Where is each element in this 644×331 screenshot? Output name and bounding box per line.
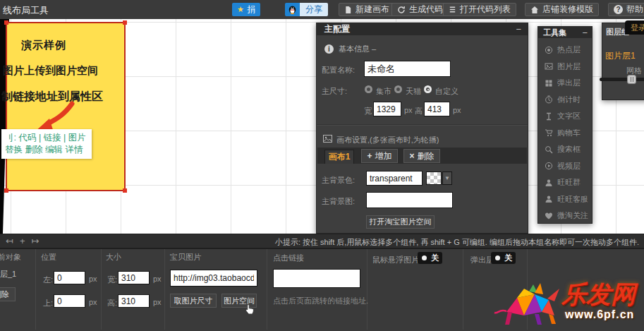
help-label: 帮助 [626,4,643,16]
hover-image-toggle[interactable]: 关 [418,252,442,264]
open-taobao-space-button[interactable]: 打开淘宝图片空间 [366,215,435,229]
main-config-header[interactable]: 主配置 − [317,23,528,35]
plus-icon: + [367,151,372,161]
color-swatch[interactable] [426,171,442,185]
demo-note-line1: 刂: 代码 | 链接 | 图片 [5,132,92,144]
generate-code-button[interactable]: 生成代码 [391,3,449,16]
grid-slider-handle[interactable] [627,75,636,84]
divider [267,249,267,330]
radio-market-label[interactable]: 集市 [376,86,391,97]
help-button[interactable]: ? 帮助 [608,3,644,16]
new-canvas-button[interactable]: 新建画布 [339,3,395,16]
color-dropdown[interactable]: ▼ [442,171,452,185]
radio-custom[interactable] [424,85,432,93]
pos-left-input[interactable] [54,271,85,284]
main-config-panel: 主配置 − i 基本信息 – 配置名称: 主尺寸: 集市 天猫 自定义 宽 px… [316,23,528,234]
add-canvas-label: 增加 [375,150,392,162]
popup-toggle-state: 关 [504,253,512,263]
app-window: 线布局工具 ★ 捐 分享 新建画布 生成代码 打开代码列表 店铺装修模版 [0,0,644,331]
radio-tmall-label[interactable]: 天猫 [406,86,421,97]
click-link-input[interactable] [273,269,360,288]
width-px: px [404,106,413,114]
divider [101,249,102,330]
tab-canvas1-label: 画布1 [329,151,351,163]
item-image-title: 宝贝图片 [170,252,201,263]
divider [317,124,528,126]
tool-shopping-cart[interactable]: 购物车 [538,125,592,141]
shop-template-button[interactable]: 店铺装修模版 [525,3,599,16]
size-width-input[interactable] [118,271,150,284]
align-right-icon[interactable]: ↦ [32,236,40,246]
resize-handle-se[interactable] [123,188,127,193]
tool-wangwang-service[interactable]: 旺旺客服 [538,191,592,207]
toolset-panel: 工具集 − 热点层 图片层 弹出层 倒计时 文字区 购物车 搜索框 [537,26,593,224]
bg-color-input[interactable] [366,171,423,186]
heart-icon [545,212,553,220]
share-group[interactable]: 分享 [285,3,328,16]
star-icon: ★ [237,5,244,14]
share-label: 分享 [300,3,328,16]
bg-image-input[interactable] [366,192,453,208]
item-image-url-input[interactable] [170,270,257,287]
width-input[interactable] [373,102,401,116]
donate-button[interactable]: ★ 捐 [232,3,260,16]
layer-item-image1[interactable]: 图片层1 [605,50,636,62]
image-icon [545,62,553,71]
open-taobao-space-label: 打开淘宝图片空间 [370,217,432,227]
grid-slider-track[interactable] [600,78,644,81]
login-tab[interactable]: 登录 [625,20,644,35]
tool-popup-layer[interactable]: 弹出层 [538,75,592,91]
tool-label: 旺旺客服 [557,194,588,205]
radio-tmall[interactable] [394,85,402,93]
config-name-input[interactable] [364,61,451,77]
divider [463,249,463,330]
toolset-collapse-icon[interactable]: − [582,28,588,37]
height-label: 高 [415,106,423,116]
height-input[interactable] [424,102,450,116]
tool-hotspot-layer[interactable]: 热点层 [538,42,592,58]
resize-handle-sw[interactable] [4,188,8,193]
watermark-url: www.6pf.cn [565,308,634,321]
size-height-input[interactable] [118,294,150,308]
tool-text-area[interactable]: 文字区 [538,108,592,124]
position-title: 位置 [41,252,56,263]
caret-down-icon: ▼ [444,175,450,181]
shop-template-label: 店铺装修模版 [542,4,593,16]
fetch-image-size-button[interactable]: 取图片尺寸 [170,294,217,308]
demo-component[interactable]: 演示样例 图片上传到图片空间 制链接地址到属性区 刂: 代码 | 链接 | 图片… [6,22,126,191]
toolset-header[interactable]: 工具集 − [538,27,592,38]
demo-note-line2: 替换 删除 编辑 详情 [5,144,92,156]
tool-video-layer[interactable]: 视频层 [538,158,592,174]
add-canvas-button[interactable]: + 增加 [361,149,398,163]
tool-search-box[interactable]: 搜索框 [538,141,592,157]
cross-icon: × [409,151,414,161]
tool-countdown[interactable]: 倒计时 [538,92,592,108]
delete-object-button[interactable]: 删除 [0,287,16,301]
resize-handle-ne[interactable] [123,20,127,25]
tool-label: 热点层 [557,44,581,55]
tool-weitao-follow[interactable]: 微淘关注 [538,207,592,224]
canvas-tab-row: 画布1 + 增加 × 删除 [317,148,527,164]
tool-label: 图片层 [557,61,581,72]
align-left-icon[interactable]: ↤ [6,236,13,246]
collapse-icon[interactable]: − [516,25,521,34]
tool-wangwang-group[interactable]: 旺旺群 [538,174,592,191]
qq-icon [285,3,300,16]
delete-canvas-button[interactable]: × 删除 [403,149,440,163]
delete-object-label: 删除 [0,289,9,300]
radio-custom-label[interactable]: 自定义 [435,86,458,97]
divider [35,249,36,330]
resize-handle-nw[interactable] [4,20,8,25]
click-link-hint: 点击后页面跳转的链接地址. [273,296,368,306]
pos-top-input[interactable] [54,294,85,308]
delete-canvas-label: 删除 [418,150,435,162]
tool-image-layer[interactable]: 图片层 [538,59,592,75]
open-code-list-label: 打开代码列表 [460,4,511,16]
tab-canvas1[interactable]: 画布1 [324,150,354,164]
plus-icon[interactable]: + [20,236,25,246]
size-width-px: px [153,275,162,283]
popup-layer-toggle[interactable]: 关 [491,252,516,264]
login-label: 登录 [631,23,644,33]
open-code-list-button[interactable]: 打开代码列表 [443,3,516,16]
radio-market[interactable] [365,85,372,93]
